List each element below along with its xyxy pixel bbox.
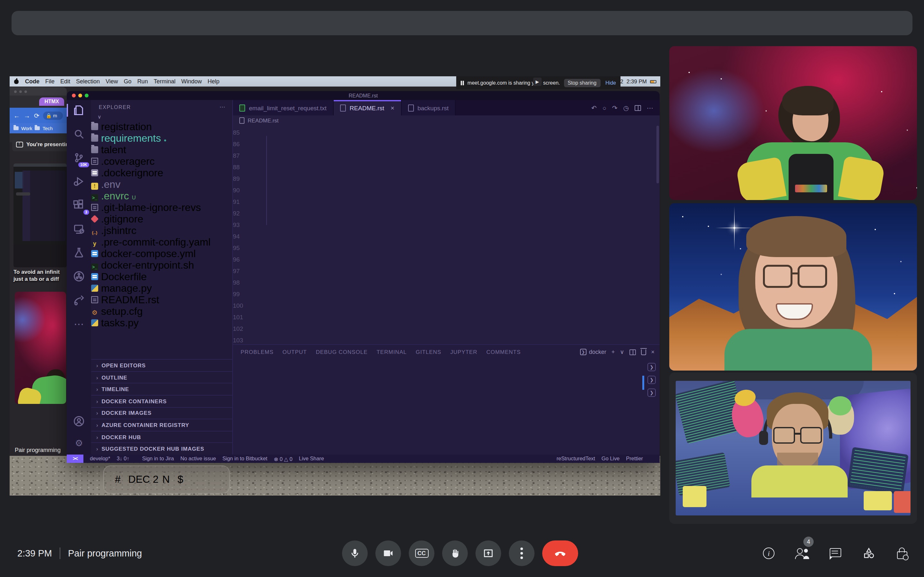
panel-tab[interactable]: GITLENS	[416, 349, 441, 355]
back-icon[interactable]: ↶	[591, 104, 597, 111]
file-row[interactable]: .git-blame-ignore-revs	[91, 202, 232, 213]
file-row[interactable]: .pre-commit-config.yaml	[91, 237, 232, 248]
host-controls-button[interactable]	[895, 546, 910, 561]
panel-tab[interactable]: PROBLEMS	[241, 349, 274, 355]
sidebar-section[interactable]: › OPEN EDITORS	[91, 359, 232, 371]
tab-email-limit-reset-request[interactable]: email_limit_reset_request.txt	[233, 100, 334, 115]
menu-window[interactable]: Window	[181, 78, 202, 85]
file-row[interactable]: docker-entrypoint.sh	[91, 259, 232, 271]
menu-selection[interactable]: Selection	[76, 78, 100, 85]
forward-icon[interactable]: →	[24, 112, 30, 119]
camera-button[interactable]	[375, 540, 401, 566]
terminal-instances[interactable]: ❯ ❯ ❯	[648, 363, 656, 397]
status-item[interactable]: 3↓ 0↑	[117, 456, 129, 462]
settings-gear-icon[interactable]: ⚙	[73, 437, 86, 450]
file-row[interactable]: tasks.py	[91, 318, 232, 329]
remote-indicator[interactable]: ><	[67, 455, 83, 463]
explorer-icon[interactable]	[73, 104, 86, 117]
more-views-icon[interactable]: ⋯	[73, 318, 86, 330]
file-row[interactable]: .dockerignore	[91, 167, 232, 179]
git-graph-icon[interactable]	[73, 270, 86, 283]
participant-video-2[interactable]	[669, 203, 917, 371]
file-row[interactable]: .jshintrc	[91, 225, 232, 237]
new-terminal-icon[interactable]: +	[612, 349, 615, 355]
close-icon[interactable]: ×	[391, 104, 395, 111]
raise-hand-button[interactable]	[442, 540, 468, 566]
explorer-more-icon[interactable]: ⋯	[220, 104, 226, 110]
editor-scrollbar[interactable]	[656, 126, 659, 183]
status-item[interactable]: reStructuredText	[557, 456, 595, 462]
status-item[interactable]: ⊗ 0 △ 0	[274, 456, 292, 462]
close-panel-icon[interactable]: ×	[651, 349, 654, 355]
bookmark-tech[interactable]: Tech	[43, 125, 53, 131]
menu-file[interactable]: File	[45, 78, 55, 85]
search-icon[interactable]	[73, 127, 86, 140]
bookmark-work[interactable]: Work	[21, 125, 32, 131]
chrome-tab-htmx[interactable]: HTMX	[39, 97, 64, 106]
chrome-window-fragment[interactable]: HTMX ← → ⟳ 🔒m Work Tech	[10, 87, 67, 142]
reload-icon[interactable]: ⟳	[34, 112, 39, 119]
root-folder-chevron[interactable]: ∨	[91, 113, 232, 121]
split-editor-icon[interactable]	[635, 105, 641, 111]
vscode-title-bar[interactable]: README.rst	[67, 91, 660, 100]
back-icon[interactable]: ←	[13, 112, 20, 119]
breadcrumb[interactable]: README.rst	[233, 115, 660, 126]
kill-terminal-icon[interactable]	[641, 349, 646, 355]
chevron-down-icon[interactable]: ∨	[620, 349, 624, 355]
circle-icon[interactable]: ○	[603, 104, 606, 111]
sidebar-section[interactable]: › TIMELINE	[91, 383, 232, 395]
file-row[interactable]: talent	[91, 144, 232, 156]
status-item[interactable]: Prettier	[626, 456, 643, 462]
participants-button[interactable]: 4	[795, 546, 810, 561]
sidebar-section[interactable]: › SUGGESTED DOCKER HUB IMAGES	[91, 443, 232, 455]
participant-video-1[interactable]	[669, 46, 917, 200]
file-row[interactable]: .env	[91, 179, 232, 190]
status-item[interactable]: Sign in to Bitbucket	[222, 456, 267, 462]
file-row[interactable]: registration	[91, 121, 232, 133]
terminal-instance-icon[interactable]: ❯	[648, 388, 656, 397]
hide-button[interactable]: Hide	[606, 80, 616, 85]
file-row[interactable]: docker-compose.yml	[91, 248, 232, 259]
terminal-instance-icon[interactable]: ❯	[648, 363, 656, 371]
dock-item[interactable]: DEC 2	[128, 474, 158, 485]
file-row[interactable]: setup.cfg	[91, 306, 232, 318]
test-beaker-icon[interactable]	[73, 246, 86, 259]
status-item[interactable]: No active issue	[180, 456, 216, 462]
sidebar-section[interactable]: › DOCKER CONTAINERS	[91, 395, 232, 407]
sidebar-section[interactable]: › DOCKER HUB	[91, 431, 232, 443]
dock-item[interactable]: $	[178, 474, 183, 485]
status-item[interactable]: Live Share	[299, 456, 324, 462]
tab-readme[interactable]: README.rst ×	[334, 100, 401, 115]
share-icon[interactable]	[73, 293, 86, 306]
split-terminal-icon[interactable]	[629, 349, 636, 355]
panel-tab[interactable]: COMMENTS	[486, 349, 521, 355]
terminal-instance-icon[interactable]: ❯	[648, 376, 656, 384]
status-item[interactable]: develop*	[90, 456, 110, 462]
file-row[interactable]: .gitignore	[91, 213, 232, 225]
end-call-button[interactable]	[542, 540, 578, 566]
sidebar-section[interactable]: › DOCKER IMAGES	[91, 407, 232, 419]
menu-go[interactable]: Go	[124, 78, 132, 85]
address-bar[interactable]: 🔒m	[43, 111, 63, 119]
account-icon[interactable]	[73, 415, 86, 428]
file-row[interactable]: README.rst	[91, 294, 232, 306]
menu-view[interactable]: View	[105, 78, 118, 85]
dock-item[interactable]: #	[115, 474, 121, 485]
remote-explorer-icon[interactable]	[73, 222, 86, 235]
apple-menu-icon[interactable]	[13, 78, 19, 85]
present-button[interactable]	[475, 540, 501, 566]
sidebar-section[interactable]: › AZURE CONTAINER REGISTRY	[91, 419, 232, 430]
sidebar-section[interactable]: › OUTLINE	[91, 371, 232, 383]
status-item[interactable]: Go Live	[602, 456, 620, 462]
menu-help[interactable]: Help	[208, 78, 220, 85]
file-row[interactable]: .coveragerc	[91, 156, 232, 167]
menu-run[interactable]: Run	[137, 78, 148, 85]
extensions-icon[interactable]: 3	[73, 199, 86, 211]
forward-icon[interactable]: ↷	[612, 104, 618, 111]
code-editor[interactable]: 85 86 87 88 89	[233, 126, 656, 344]
terminal-scrollbar[interactable]	[642, 376, 644, 390]
run-debug-icon[interactable]	[73, 175, 86, 188]
source-control-icon[interactable]: 10K	[73, 151, 86, 164]
panel-tab[interactable]: DEBUG CONSOLE	[316, 349, 367, 355]
panel-tab[interactable]: JUPYTER	[450, 349, 477, 355]
